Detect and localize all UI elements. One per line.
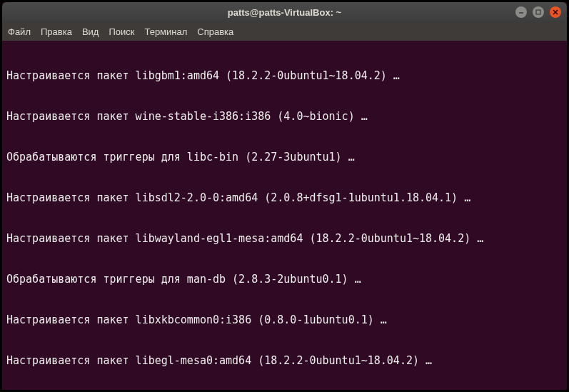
output-line: Настраивается пакет libsdl2-2.0-0:amd64 … bbox=[6, 191, 563, 205]
output-line: Обрабатываются триггеры для libc-bin (2.… bbox=[6, 151, 563, 164]
menubar: Файл Правка Вид Поиск Терминал Справка bbox=[2, 22, 567, 41]
window-title: patts@patts-VirtualBox: ~ bbox=[228, 7, 341, 18]
menu-view[interactable]: Вид bbox=[82, 26, 99, 37]
terminal-window: patts@patts-VirtualBox: ~ Файл Правка Ви… bbox=[2, 2, 567, 390]
menu-edit[interactable]: Правка bbox=[41, 26, 72, 37]
maximize-button[interactable] bbox=[533, 6, 544, 18]
menu-search[interactable]: Поиск bbox=[109, 26, 134, 37]
menu-file[interactable]: Файл bbox=[8, 26, 31, 37]
output-line: Настраивается пакет libgbm1:amd64 (18.2.… bbox=[6, 69, 563, 83]
output-line: Настраивается пакет wine-stable-i386:i38… bbox=[6, 110, 563, 124]
menu-help[interactable]: Справка bbox=[197, 26, 233, 37]
output-line: Настраивается пакет libegl-mesa0:amd64 (… bbox=[6, 354, 563, 368]
terminal-body[interactable]: Настраивается пакет libgbm1:amd64 (18.2.… bbox=[2, 41, 567, 390]
titlebar: patts@patts-VirtualBox: ~ bbox=[2, 2, 567, 22]
minimize-button[interactable] bbox=[515, 6, 527, 18]
output-line: Обрабатываются триггеры для man-db (2.8.… bbox=[6, 273, 563, 286]
output-line: Настраивается пакет libwayland-egl1-mesa… bbox=[6, 232, 563, 246]
window-controls bbox=[515, 6, 561, 18]
menu-terminal[interactable]: Терминал bbox=[144, 26, 187, 37]
close-button[interactable] bbox=[550, 6, 561, 18]
output-line: Настраивается пакет libxkbcommon0:i386 (… bbox=[6, 313, 563, 327]
svg-rect-1 bbox=[536, 10, 540, 14]
